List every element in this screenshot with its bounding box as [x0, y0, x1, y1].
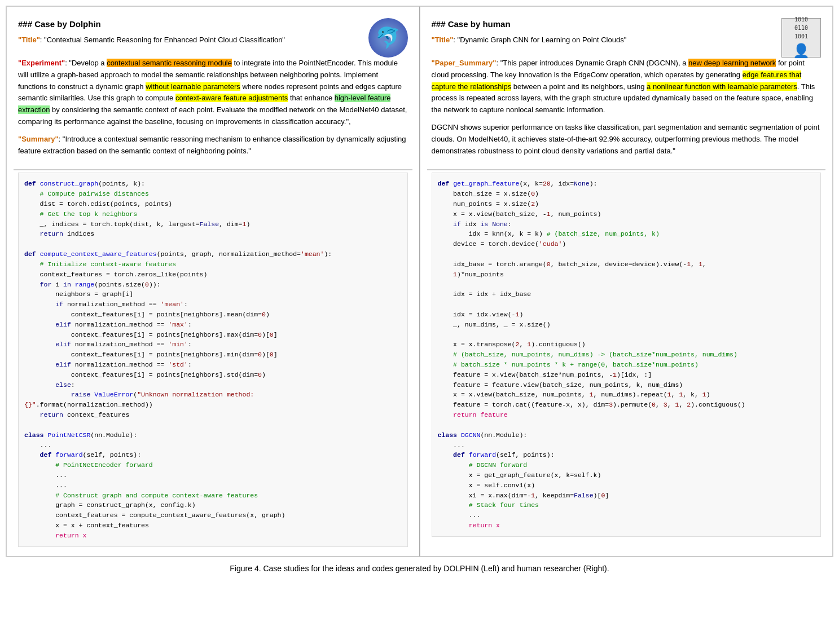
left-panel: ### Case by Dolphin "Title": "Contextual… [6, 6, 420, 557]
left-code-section: def construct_graph(points, k): # Comput… [14, 170, 412, 549]
left-experiment-block: "Experiment": "Develop a contextual sema… [18, 58, 408, 128]
paper-summary-label: "Paper_Summary" [432, 59, 497, 67]
right-title-label: "Title" [432, 36, 454, 44]
right-panel: ### Case by human "Title": "Dynamic Grap… [420, 6, 833, 557]
left-panel-header: ### Case by Dolphin [18, 18, 364, 31]
left-title-line: "Title": "Contextual Semantic Reasoning … [18, 34, 364, 46]
right-code-section: def get_graph_feature(x, k=20, idx=None)… [427, 170, 826, 539]
highlight-module: contextual semantic reasoning module [107, 59, 232, 67]
left-summary-block: "Summary": "Introduce a contextual seman… [18, 134, 408, 157]
right-top-section: ### Case by human "Title": "Dynamic Grap… [427, 14, 826, 167]
highlight-new-deep: new deep learning network [688, 59, 776, 67]
left-top-section: ### Case by Dolphin "Title": "Contextual… [14, 14, 412, 167]
right-panel-header: ### Case by human [432, 18, 777, 31]
left-code-block: def construct_graph(points, k): # Comput… [18, 173, 408, 546]
dolphin-avatar: 🐬 [368, 18, 408, 58]
highlight-nonlinear: a nonlinear function with learnable para… [647, 82, 797, 91]
figure-caption: Figure 4. Case studies for the ideas and… [230, 564, 609, 573]
summary-label: "Summary" [18, 135, 59, 143]
highlight-no-learnable: without learnable parameters [146, 82, 240, 91]
right-code-block: def get_graph_feature(x, k=20, idx=None)… [432, 173, 822, 536]
experiment-label: "Experiment" [18, 59, 65, 67]
left-title-label: "Title" [18, 36, 40, 44]
right-title-line: "Title": "Dynamic Graph CNN for Learning… [432, 34, 777, 46]
right-summary-block: "Paper_Summary": "This paper introduces … [432, 58, 822, 116]
highlight-context-aware: context-aware feature adjustments [175, 94, 288, 102]
left-title-value: "Contextual Semantic Reasoning for Enhan… [44, 36, 285, 44]
main-container: ### Case by Dolphin "Title": "Contextual… [6, 6, 833, 557]
human-avatar: 101001101001 👤 [781, 18, 821, 58]
right-second-paragraph: DGCNN shows superior performance on task… [432, 122, 822, 157]
